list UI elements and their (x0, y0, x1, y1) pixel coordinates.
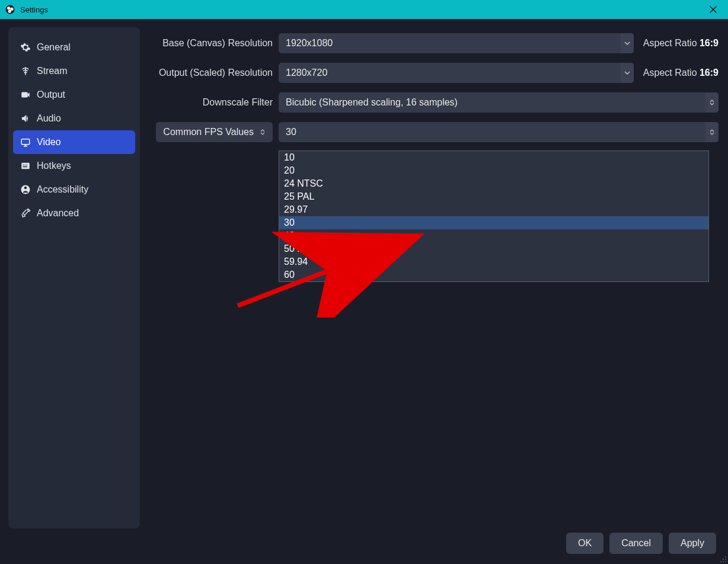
sidebar-item-label: Output (37, 89, 65, 100)
dialog-footer: OK Cancel Apply (0, 528, 728, 564)
ok-button[interactable]: OK (566, 533, 604, 554)
sidebar-item-label: Stream (37, 66, 68, 76)
svg-rect-5 (21, 139, 30, 145)
titlebar: Settings (0, 0, 728, 19)
fps-value-select[interactable]: 30 (279, 122, 719, 142)
video-icon (20, 137, 31, 148)
stream-icon (20, 66, 31, 76)
advanced-icon (20, 208, 31, 219)
output-icon (20, 89, 31, 100)
close-icon[interactable] (709, 5, 723, 14)
base-resolution-value: 1920x1080 (286, 38, 333, 49)
svg-point-19 (725, 561, 726, 562)
svg-rect-10 (23, 166, 28, 168)
updown-icon (705, 122, 719, 142)
base-resolution-label: Base (Canvas) Resolution (154, 38, 273, 49)
updown-icon (705, 92, 719, 113)
base-aspect-ratio: Aspect Ratio 16:9 (640, 38, 719, 49)
hotkeys-icon (20, 161, 31, 171)
svg-point-17 (720, 561, 721, 562)
downscale-filter-label: Downscale Filter (154, 97, 273, 108)
updown-icon (258, 129, 267, 135)
downscale-filter-value: Bicubic (Sharpened scaling, 16 samples) (286, 97, 458, 108)
sidebar-item-audio[interactable]: Audio (13, 107, 135, 130)
sidebar-item-hotkeys[interactable]: Hotkeys (13, 154, 135, 178)
fps-option[interactable]: 29.97 (279, 203, 708, 216)
output-resolution-value: 1280x720 (286, 68, 327, 78)
sidebar-item-video[interactable]: Video (13, 130, 135, 154)
chevron-down-icon (621, 63, 634, 83)
resize-grip-icon[interactable] (719, 555, 727, 563)
svg-point-1 (7, 7, 10, 9)
svg-rect-9 (27, 165, 28, 166)
content-panel: Base (Canvas) Resolution 1920x1080 Aspec… (140, 27, 728, 528)
svg-rect-4 (21, 92, 28, 98)
svg-point-16 (725, 559, 726, 560)
svg-rect-8 (25, 165, 26, 166)
output-aspect-ratio: Aspect Ratio 16:9 (640, 68, 719, 78)
sidebar-item-output[interactable]: Output (13, 83, 135, 107)
sidebar-item-stream[interactable]: Stream (13, 59, 135, 83)
fps-dropdown[interactable]: 102024 NTSC25 PAL29.97304850 PAL59.9460 (279, 150, 709, 282)
sidebar-item-general[interactable]: General (13, 36, 135, 59)
downscale-filter-select[interactable]: Bicubic (Sharpened scaling, 16 samples) (279, 92, 719, 113)
base-resolution-select[interactable]: 1920x1080 (279, 33, 634, 53)
window-title: Settings (20, 5, 48, 14)
sidebar-item-advanced[interactable]: Advanced (13, 201, 135, 225)
fps-option[interactable]: 25 PAL (279, 190, 708, 203)
fps-option[interactable]: 24 NTSC (279, 177, 708, 190)
svg-point-15 (723, 559, 724, 560)
sidebar-item-label: Audio (37, 113, 61, 124)
output-resolution-label: Output (Scaled) Resolution (154, 68, 273, 78)
fps-option[interactable]: 59.94 (279, 255, 708, 268)
sidebar-item-accessibility[interactable]: Accessibility (13, 178, 135, 201)
general-icon (20, 42, 31, 53)
fps-value: 30 (286, 127, 296, 137)
svg-rect-7 (23, 165, 24, 166)
fps-option[interactable]: 48 (279, 229, 708, 242)
sidebar: GeneralStreamOutputAudioVideoHotkeysAcce… (8, 27, 140, 528)
svg-point-14 (725, 556, 726, 557)
svg-point-18 (723, 561, 724, 562)
fps-option[interactable]: 10 (279, 151, 708, 164)
fps-option[interactable]: 30 (279, 216, 708, 229)
fps-type-label: Common FPS Values (163, 127, 254, 137)
audio-icon (20, 113, 31, 124)
sidebar-item-label: General (37, 42, 71, 53)
app-icon (5, 4, 15, 15)
sidebar-item-label: Video (37, 137, 61, 148)
svg-point-12 (24, 187, 27, 190)
sidebar-item-label: Hotkeys (37, 161, 71, 171)
sidebar-item-label: Accessibility (37, 184, 88, 195)
svg-rect-6 (21, 163, 30, 169)
chevron-down-icon (621, 33, 634, 53)
fps-type-select[interactable]: Common FPS Values (156, 122, 273, 142)
apply-button[interactable]: Apply (669, 533, 716, 554)
svg-point-2 (10, 8, 13, 11)
output-resolution-select[interactable]: 1280x720 (279, 63, 634, 83)
svg-point-3 (8, 9, 11, 12)
fps-option[interactable]: 60 (279, 268, 708, 281)
cancel-button[interactable]: Cancel (609, 533, 663, 554)
sidebar-item-label: Advanced (37, 208, 79, 219)
fps-option[interactable]: 20 (279, 164, 708, 177)
fps-option[interactable]: 50 PAL (279, 242, 708, 255)
accessibility-icon (20, 184, 31, 195)
